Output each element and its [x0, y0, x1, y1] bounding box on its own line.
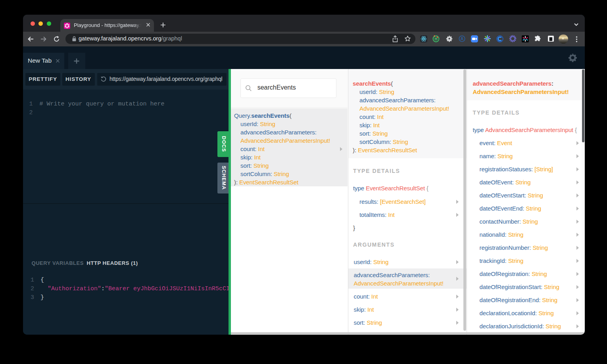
- svg-text:A: A: [460, 36, 463, 41]
